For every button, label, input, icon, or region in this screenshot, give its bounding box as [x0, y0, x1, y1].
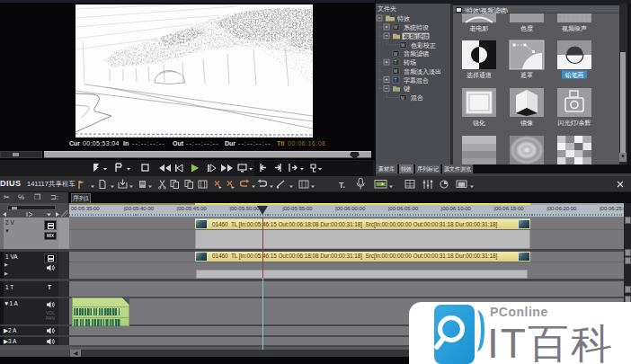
- svg-text:音频滤镜: 音频滤镜: [404, 50, 429, 58]
- svg-text:色度: 色度: [520, 25, 533, 32]
- svg-text:特效: 特效: [397, 15, 410, 22]
- svg-text:混合: 混合: [410, 94, 423, 102]
- svg-text:M: M: [401, 96, 404, 101]
- svg-text:色彩校正: 色彩校正: [411, 42, 436, 49]
- svg-text:键: 键: [403, 85, 410, 93]
- svg-text:选择通道: 选择通道: [467, 71, 492, 79]
- svg-text:T: T: [394, 78, 396, 83]
- svg-text:锐化: 锐化: [472, 120, 485, 127]
- svg-text:T.: T.: [339, 181, 345, 190]
- svg-text:T: T: [394, 60, 396, 65]
- svg-text:音频淡入淡出: 音频淡入淡出: [404, 68, 441, 75]
- svg-text:视频滤镜: 视频滤镜: [404, 33, 429, 40]
- svg-text:视频噪声: 视频噪声: [562, 25, 587, 32]
- svg-text:字幕混合: 字幕混合: [404, 77, 429, 84]
- svg-text:铅笔画: 铅笔画: [564, 72, 584, 79]
- svg-text:镜像: 镜像: [520, 120, 533, 127]
- svg-text:转场: 转场: [404, 59, 416, 67]
- svg-text:闪光灯/余辉: 闪光灯/余辉: [558, 120, 591, 127]
- svg-text:老电影: 老电影: [470, 25, 489, 31]
- svg-text:系统特设: 系统特设: [404, 24, 429, 31]
- svg-text:遮罩: 遮罩: [520, 71, 533, 78]
